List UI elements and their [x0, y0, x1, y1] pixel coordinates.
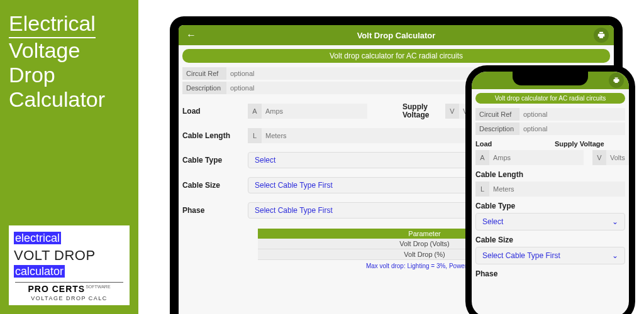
app-header: ← Volt Drop Calculator — [179, 25, 614, 45]
description-label: Description — [475, 122, 519, 135]
logo-card: electrical VOLT DROP calculator PRO CERT… — [9, 225, 130, 305]
banner-phone: Volt drop calculator for AC radial circu… — [475, 93, 625, 104]
length-label: Cable Length — [475, 170, 625, 179]
device-stage: ← Volt Drop Calculator Volt drop calcula… — [138, 0, 644, 314]
description-input[interactable] — [519, 122, 625, 135]
cable-type-select[interactable]: Select⌄ — [475, 213, 625, 230]
load-label: Load — [182, 107, 243, 116]
page-title: Volt Drop Calculator — [357, 31, 436, 40]
cable-size-select[interactable]: Select Cable Type First⌄ — [475, 247, 625, 264]
logo-line-2: VOLT DROP — [14, 247, 125, 264]
cable-size-label: Cable Size — [475, 236, 625, 244]
length-unit-chip: L — [475, 181, 489, 197]
logo-brand: PRO CERTSSOFTWARE — [14, 284, 125, 294]
chevron-down-icon: ⌄ — [612, 217, 618, 226]
chevron-down-icon: ⌄ — [612, 251, 618, 260]
circuit-ref-label: Circuit Ref — [182, 67, 226, 80]
promo-sidebar: Electrical Voltage Drop Calculator elect… — [0, 0, 138, 314]
circuit-ref-input[interactable] — [519, 108, 625, 121]
print-icon[interactable] — [609, 73, 624, 88]
cable-type-label: Cable Type — [475, 202, 625, 210]
form-body-phone: Circuit Ref Description Load Supply Volt… — [472, 106, 629, 314]
back-icon[interactable]: ← — [184, 28, 199, 43]
supply-input[interactable] — [606, 150, 629, 165]
supply-unit-chip: V — [445, 104, 459, 119]
banner: Volt drop calculator for AC radial circu… — [182, 49, 610, 63]
load-unit-chip: A — [248, 104, 262, 119]
length-label: Cable Length — [182, 131, 243, 140]
phase-label: Phase — [475, 269, 625, 278]
phase-label: Phase — [182, 206, 243, 215]
cable-size-label: Cable Size — [182, 181, 243, 190]
promo-title: Electrical Voltage Drop Calculator — [0, 0, 138, 112]
logo-line-1: electrical — [14, 232, 125, 245]
promo-line-2: Voltage — [9, 38, 80, 62]
divider — [15, 282, 123, 283]
print-icon[interactable] — [594, 28, 609, 43]
description-label: Description — [182, 82, 226, 94]
supply-unit-chip: V — [592, 150, 606, 165]
load-unit-chip: A — [475, 150, 489, 165]
circuit-ref-label: Circuit Ref — [475, 108, 519, 121]
length-unit-chip: L — [248, 128, 262, 143]
load-input[interactable] — [262, 104, 367, 119]
phone-frame: Volt drop calculator for AC radial circu… — [465, 65, 635, 314]
phone-notch — [513, 72, 588, 85]
logo-subtitle: VOLTAGE DROP CALC — [14, 295, 125, 301]
promo-line-4: Calculator — [9, 87, 105, 111]
length-input[interactable] — [489, 181, 625, 197]
load-input[interactable] — [489, 150, 584, 165]
supply-label: Supply Voltage — [555, 140, 604, 148]
cable-type-label: Cable Type — [182, 156, 243, 165]
phone-screen: Volt drop calculator for AC radial circu… — [472, 72, 629, 314]
logo-line-3: calculator — [14, 265, 125, 278]
supply-label: SupplyVoltage — [402, 103, 440, 119]
load-label: Load — [475, 140, 492, 148]
promo-line-3: Drop — [9, 63, 55, 87]
promo-line-1: Electrical — [9, 11, 96, 38]
